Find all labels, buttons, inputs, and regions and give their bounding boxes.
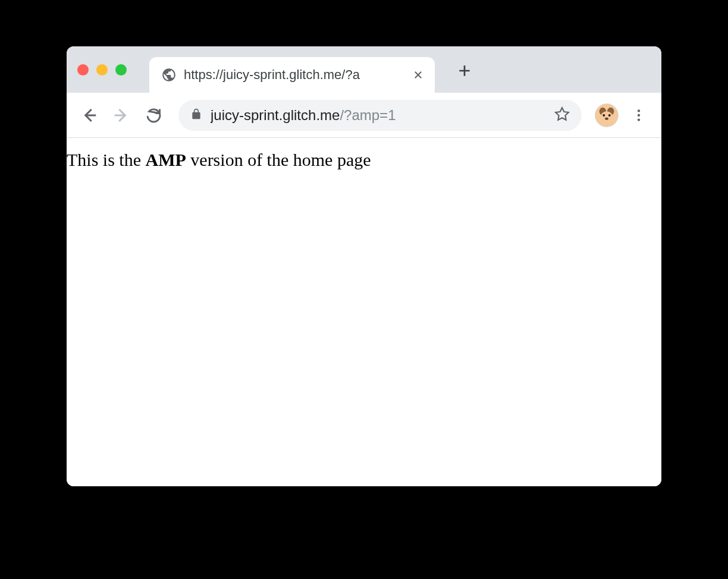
- content-text: This is the AMP version of the home page: [67, 150, 661, 170]
- address-bar[interactable]: juicy-sprint.glitch.me/?amp=1: [178, 100, 582, 131]
- reload-button[interactable]: [142, 103, 165, 127]
- tab-bar: https://juicy-sprint.glitch.me/?a: [67, 46, 661, 93]
- svg-point-15: [638, 114, 640, 116]
- new-tab-button[interactable]: [453, 59, 476, 83]
- svg-point-13: [605, 117, 608, 119]
- page-content: This is the AMP version of the home page: [67, 138, 661, 486]
- svg-point-11: [603, 114, 605, 117]
- svg-point-16: [638, 118, 640, 121]
- svg-point-14: [638, 109, 640, 112]
- window-controls: [77, 64, 127, 75]
- window-maximize-button[interactable]: [115, 64, 127, 75]
- window-minimize-button[interactable]: [96, 64, 108, 75]
- back-button[interactable]: [77, 103, 101, 127]
- svg-point-10: [601, 111, 613, 122]
- tab-title: https://juicy-sprint.glitch.me/?a: [184, 67, 405, 83]
- lock-icon: [190, 108, 202, 122]
- forward-button[interactable]: [109, 103, 133, 127]
- window-close-button[interactable]: [77, 64, 89, 75]
- profile-avatar[interactable]: [595, 103, 619, 127]
- browser-tab[interactable]: https://juicy-sprint.glitch.me/?a: [149, 57, 435, 93]
- browser-window: https://juicy-sprint.glitch.me/?a: [67, 46, 661, 486]
- close-tab-button[interactable]: [412, 69, 424, 81]
- toolbar: juicy-sprint.glitch.me/?amp=1: [67, 93, 661, 138]
- url-text: juicy-sprint.glitch.me/?amp=1: [211, 107, 546, 124]
- bookmark-button[interactable]: [554, 106, 570, 124]
- svg-point-12: [608, 114, 611, 117]
- svg-marker-6: [556, 108, 569, 120]
- globe-icon: [161, 67, 177, 83]
- menu-button[interactable]: [627, 103, 651, 127]
